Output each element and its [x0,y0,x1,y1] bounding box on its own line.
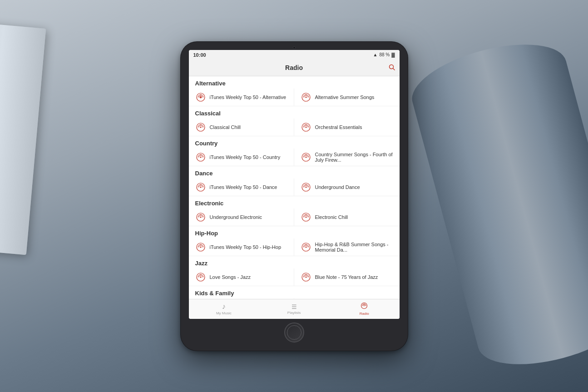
radio-icon [301,152,311,163]
status-right: ▲ 88 % ▓ [373,52,395,57]
svg-point-11 [200,156,201,158]
station-name: Underground Electronic [210,214,287,220]
station-love-songs-jazz[interactable]: Love Songs - Jazz [189,268,294,286]
electronic-stations: Underground Electronic [189,208,400,226]
radio-icon [195,212,206,223]
svg-point-13 [305,156,306,158]
station-name: iTunes Weekly Top 50 - Country [210,154,287,160]
station-name: Love Songs - Jazz [210,274,287,280]
station-underground-dance[interactable]: Underground Dance [294,179,400,196]
alternative-stations: iTunes Weekly Top 50 - Alternative [189,89,400,106]
svg-point-5 [305,96,306,98]
hiphop-stations: iTunes Weekly Top 50 - Hip-Hop [189,238,400,256]
page-title: Radio [285,64,303,71]
station-name: Alternative Summer Songs [315,94,393,100]
station-name: Country Summer Songs - Fourth of July Fi… [315,152,393,163]
radio-icon [301,92,311,103]
station-classical-chill[interactable]: Classical Chill [189,119,294,136]
station-name: Blue Note - 75 Years of Jazz [315,274,393,280]
status-time: 10:00 [193,52,206,58]
svg-point-29 [305,276,306,278]
radio-icon [301,272,311,283]
category-dance: Dance [189,166,400,179]
svg-point-15 [200,186,201,188]
station-itunes-country[interactable]: iTunes Weekly Top 50 - Country [189,149,294,166]
station-name: Orchestral Essentials [315,124,393,130]
svg-point-17 [305,186,306,188]
playlists-icon: ☰ [292,303,297,310]
dance-stations: iTunes Weekly Top 50 - Dance [189,179,400,196]
radio-icon [195,182,206,193]
station-name: Classical Chill [210,124,287,130]
svg-point-19 [200,216,201,218]
category-classical: Classical [189,106,400,119]
nav-bar: Radio [189,60,400,76]
tablet-device: 10:00 ▲ 88 % ▓ Radio [181,42,408,351]
svg-point-25 [305,246,306,248]
status-bar: 10:00 ▲ 88 % ▓ [189,50,400,60]
station-underground-electronic[interactable]: Underground Electronic [189,208,294,226]
svg-point-27 [200,276,201,278]
radio-icon [301,242,311,253]
station-itunes-dance[interactable]: iTunes Weekly Top 50 - Dance [189,179,294,196]
tab-my-music[interactable]: ♪ My Music [189,299,259,319]
tablet-wrapper: 10:00 ▲ 88 % ▓ Radio [181,42,408,351]
home-button[interactable] [284,323,304,342]
station-name: iTunes Weekly Top 50 - Hip-Hop [210,244,287,250]
station-itunes-alt[interactable]: iTunes Weekly Top 50 - Alternative [189,89,294,106]
tablet-screen: 10:00 ▲ 88 % ▓ Radio [189,50,400,319]
svg-line-1 [393,68,395,70]
svg-point-23 [200,246,201,248]
radio-icon [301,212,311,223]
category-electronic: Electronic [189,196,400,208]
radio-icon [195,242,206,253]
battery-icon: ▓ [391,52,395,57]
tab-playlists[interactable]: ☰ Playlists [259,299,329,319]
station-orchestral[interactable]: Orchestral Essentials [294,119,400,136]
svg-point-9 [305,126,306,128]
station-blue-note[interactable]: Blue Note - 75 Years of Jazz [294,268,400,286]
station-hiphop-rnb[interactable]: Hip-Hop & R&B Summer Songs - Memorial Da… [294,238,400,256]
station-name: Underground Dance [315,184,393,190]
radio-icon [195,272,206,283]
radio-icon [195,92,206,103]
station-name: Electronic Chill [315,214,393,220]
silver-book [0,18,46,255]
radio-icon [195,122,206,133]
station-country-summer[interactable]: Country Summer Songs - Fourth of July Fi… [294,149,400,166]
svg-point-7 [200,126,201,128]
content-area: Alternative [189,76,400,299]
tab-radio[interactable]: Radio [329,299,400,319]
category-hiphop: Hip-Hop [189,226,400,238]
radio-icon [195,152,206,163]
signal-icon: ▲ [373,52,378,57]
country-stations: iTunes Weekly Top 50 - Country [189,149,400,166]
tab-label: Playlists [287,311,301,315]
category-kids-family: Kids & Family [189,286,400,298]
tab-bar: ♪ My Music ☰ Playlists [189,299,400,319]
tab-label: My Music [216,311,232,315]
battery-level: 88 % [379,52,390,57]
radio-icon [301,122,311,133]
tab-label: Radio [360,312,369,316]
station-name: Hip-Hop & R&B Summer Songs - Memorial Da… [315,242,393,253]
category-country: Country [189,136,400,149]
svg-point-21 [305,216,306,218]
station-electronic-chill[interactable]: Electronic Chill [294,208,400,226]
svg-point-41 [364,305,365,306]
station-name: iTunes Weekly Top 50 - Dance [210,184,287,190]
station-alt-summer[interactable]: Alternative Summer Songs [294,89,400,106]
jazz-stations: Love Songs - Jazz [189,268,400,286]
classical-stations: Classical Chill [189,119,400,136]
station-name: iTunes Weekly Top 50 - Alternative [210,94,287,100]
radio-icon [301,182,311,193]
radio-tab-icon [361,302,368,311]
home-button-ring [287,325,301,340]
search-button[interactable] [389,64,395,72]
station-itunes-hiphop[interactable]: iTunes Weekly Top 50 - Hip-Hop [189,238,294,256]
category-jazz: Jazz [189,256,400,268]
music-note-icon: ♪ [222,303,226,311]
category-alternative: Alternative [189,76,400,89]
svg-point-3 [200,96,201,98]
camera-dot [293,46,296,49]
